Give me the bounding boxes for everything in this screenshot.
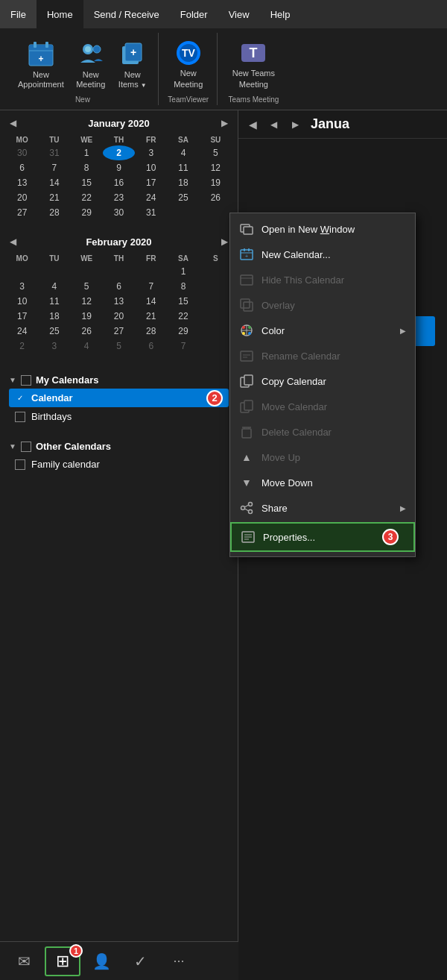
- ctx-move-down[interactable]: ▼ Move Down: [230, 470, 415, 495]
- january-next-btn[interactable]: ▶: [218, 116, 232, 130]
- month-next-btn[interactable]: ▶: [288, 118, 303, 131]
- new-appointment-button[interactable]: + NewAppointment: [13, 36, 69, 92]
- more-nav-btn[interactable]: ···: [161, 946, 197, 976]
- feb-day-3-5[interactable]: 22: [167, 309, 199, 324]
- jan-day-2-3[interactable]: 16: [103, 175, 135, 190]
- jan-day-4-2[interactable]: 29: [71, 205, 103, 220]
- month-prev-btn[interactable]: ◀: [266, 118, 282, 131]
- ctx-share[interactable]: Share ▶: [230, 495, 415, 521]
- feb-day-5-3[interactable]: 5: [103, 339, 135, 354]
- jan-day-1-3[interactable]: 9: [103, 160, 135, 175]
- family-checkbox[interactable]: [15, 459, 25, 470]
- jan-day-1-6[interactable]: 12: [200, 160, 232, 175]
- feb-day-1-4[interactable]: 7: [135, 279, 167, 294]
- feb-day-2-3[interactable]: 13: [103, 294, 135, 309]
- jan-day-2-1[interactable]: 14: [38, 175, 70, 190]
- feb-day-5-2[interactable]: 4: [71, 339, 103, 354]
- menu-file[interactable]: File: [0, 0, 37, 28]
- jan-day-3-6[interactable]: 26: [200, 190, 232, 205]
- feb-day-1-2[interactable]: 5: [71, 279, 103, 294]
- menu-folder[interactable]: Folder: [170, 0, 218, 28]
- feb-day-4-3[interactable]: 27: [103, 324, 135, 339]
- calendar-nav-btn[interactable]: ⊞ 1: [45, 946, 80, 976]
- calendar-item-family[interactable]: Family calendar: [9, 455, 229, 474]
- menu-view[interactable]: View: [218, 0, 260, 28]
- jan-day-2-0[interactable]: 13: [6, 175, 38, 190]
- jan-day-1-2[interactable]: 8: [71, 160, 103, 175]
- jan-day-4-3[interactable]: 30: [103, 205, 135, 220]
- jan-day-1-0[interactable]: 6: [6, 160, 38, 175]
- jan-day-1-5[interactable]: 11: [167, 160, 199, 175]
- jan-day-0-2[interactable]: 1: [71, 145, 103, 160]
- feb-day-3-2[interactable]: 19: [71, 309, 103, 324]
- ctx-new-calendar[interactable]: + New Calendar...: [230, 242, 415, 267]
- feb-day-5-0[interactable]: 2: [6, 339, 38, 354]
- people-nav-btn[interactable]: 👤: [83, 946, 119, 976]
- feb-day-3-3[interactable]: 20: [103, 309, 135, 324]
- new-items-button[interactable]: + NewItems ▼: [113, 36, 152, 92]
- feb-day-4-0[interactable]: 24: [6, 324, 38, 339]
- feb-day-4-5[interactable]: 29: [167, 324, 199, 339]
- menu-send-receive[interactable]: Send / Receive: [83, 0, 170, 28]
- feb-day-2-1[interactable]: 11: [38, 294, 70, 309]
- feb-day-1-1[interactable]: 4: [38, 279, 70, 294]
- other-calendars-checkbox[interactable]: [21, 442, 31, 452]
- calendar-item-birthdays[interactable]: Birthdays: [9, 407, 229, 426]
- jan-day-4-0[interactable]: 27: [6, 205, 38, 220]
- jan-day-2-4[interactable]: 17: [135, 175, 167, 190]
- feb-day-3-4[interactable]: 21: [135, 309, 167, 324]
- other-calendars-header[interactable]: ▼ Other Calendars: [9, 438, 229, 455]
- jan-day-0-1[interactable]: 31: [38, 145, 70, 160]
- feb-day-4-1[interactable]: 25: [38, 324, 70, 339]
- my-calendars-checkbox[interactable]: [21, 375, 31, 386]
- feb-day-2-5[interactable]: 15: [167, 294, 199, 309]
- jan-day-3-5[interactable]: 25: [167, 190, 199, 205]
- ctx-open-new-window[interactable]: Open in New Window: [230, 216, 415, 242]
- february-prev-btn[interactable]: ◀: [6, 235, 20, 248]
- jan-day-3-2[interactable]: 22: [71, 190, 103, 205]
- tasks-nav-btn[interactable]: ✓: [122, 946, 158, 976]
- feb-day-2-0[interactable]: 10: [6, 294, 38, 309]
- jan-day-3-4[interactable]: 24: [135, 190, 167, 205]
- jan-day-0-3[interactable]: 2: [103, 145, 135, 160]
- collapse-btn[interactable]: ◀: [247, 117, 259, 132]
- ctx-copy-calendar[interactable]: Copy Calendar: [230, 368, 415, 394]
- feb-day-1-3[interactable]: 6: [103, 279, 135, 294]
- feb-day-5-5[interactable]: 7: [167, 339, 199, 354]
- feb-day-4-2[interactable]: 26: [71, 324, 103, 339]
- jan-day-2-2[interactable]: 15: [71, 175, 103, 190]
- calendar-checkbox[interactable]: ✓: [15, 393, 25, 403]
- jan-day-4-1[interactable]: 28: [38, 205, 70, 220]
- jan-day-3-0[interactable]: 20: [6, 190, 38, 205]
- birthdays-checkbox[interactable]: [15, 412, 25, 422]
- feb-day-1-0[interactable]: 3: [6, 279, 38, 294]
- new-teams-meeting-button[interactable]: T New TeamsMeeting: [225, 35, 282, 92]
- my-calendars-header[interactable]: ▼ My Calendars: [9, 371, 229, 389]
- feb-day-3-0[interactable]: 17: [6, 309, 38, 324]
- feb-day-5-4[interactable]: 6: [135, 339, 167, 354]
- jan-day-1-1[interactable]: 7: [38, 160, 70, 175]
- jan-day-3-3[interactable]: 23: [103, 190, 135, 205]
- mail-nav-btn[interactable]: ✉: [6, 946, 42, 976]
- jan-day-0-6[interactable]: 5: [200, 145, 232, 160]
- jan-day-0-5[interactable]: 4: [167, 145, 199, 160]
- jan-day-2-5[interactable]: 18: [167, 175, 199, 190]
- menu-help[interactable]: Help: [260, 0, 301, 28]
- feb-day-4-4[interactable]: 28: [135, 324, 167, 339]
- feb-day-2-4[interactable]: 14: [135, 294, 167, 309]
- new-meeting-teamviewer-button[interactable]: TV NewMeeting: [166, 35, 211, 92]
- menu-home[interactable]: Home: [37, 0, 83, 28]
- feb-day-3-1[interactable]: 18: [38, 309, 70, 324]
- jan-day-0-0[interactable]: 30: [6, 145, 38, 160]
- new-meeting-button[interactable]: NewMeeting: [72, 36, 110, 92]
- january-prev-btn[interactable]: ◀: [6, 116, 20, 130]
- jan-day-2-6[interactable]: 19: [200, 175, 232, 190]
- feb-day-0-5[interactable]: 1: [167, 264, 199, 279]
- feb-day-1-5[interactable]: 8: [167, 279, 199, 294]
- jan-day-0-4[interactable]: 3: [135, 145, 167, 160]
- feb-day-2-2[interactable]: 12: [71, 294, 103, 309]
- jan-day-3-1[interactable]: 21: [38, 190, 70, 205]
- jan-day-1-4[interactable]: 10: [135, 160, 167, 175]
- calendar-item-calendar[interactable]: ✓ Calendar 2: [9, 389, 229, 407]
- ctx-color[interactable]: Color ▶: [230, 318, 415, 343]
